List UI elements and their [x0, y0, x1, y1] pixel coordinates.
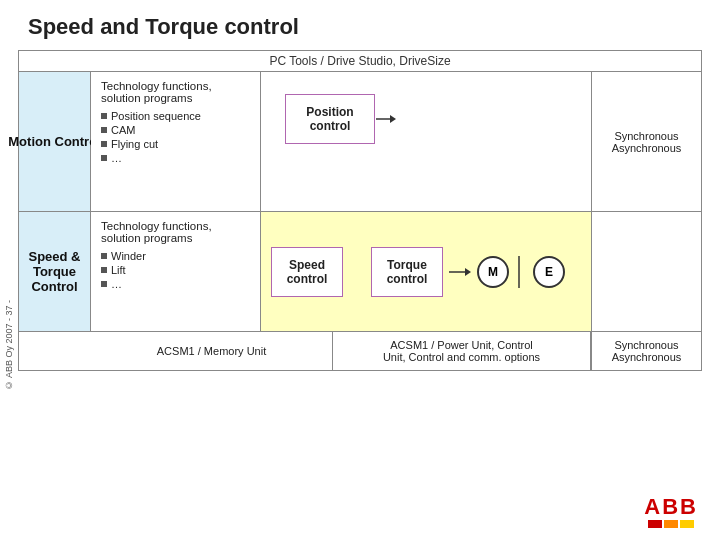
torque-motor-area: Torquecontrol M — [361, 247, 565, 297]
abb-bar-red — [648, 520, 662, 528]
me-area — [592, 212, 701, 332]
motion-control-label: Motion Control — [19, 72, 91, 212]
bottom-cell-power: ACSM1 / Power Unit, ControlUnit, Control… — [333, 332, 591, 370]
motion-bullets: Position sequence CAM Flying cut … — [101, 110, 250, 164]
speed-torque-label: Speed & Torque Control — [19, 212, 91, 332]
list-item: … — [101, 152, 250, 164]
pc-tools-label: PC Tools / Drive Studio, DriveSize — [19, 51, 701, 72]
abb-bar-orange — [664, 520, 678, 528]
page-title: Speed and Torque control — [0, 0, 720, 50]
outer-wrapper: PC Tools / Drive Studio, DriveSize Motio… — [18, 50, 702, 371]
list-item: … — [101, 278, 250, 290]
sync-label: SynchronousAsynchronous — [592, 72, 701, 212]
abb-bars — [648, 520, 694, 528]
position-control-box: Positioncontrol — [285, 94, 375, 144]
tech-functions-motion: Technology functions, solution programs … — [91, 72, 261, 211]
connector-icon — [515, 256, 523, 288]
abb-logo: ABB — [644, 496, 698, 528]
copyright-label: © ABB Oy 2007 - 37 - — [4, 300, 14, 390]
svg-marker-3 — [465, 268, 471, 276]
position-arrow-icon — [376, 111, 396, 127]
speed-bullets: Winder Lift … — [101, 250, 250, 290]
tech-functions-speed: Technology functions, solution programs … — [91, 212, 261, 331]
bottom-row: ACSM1 / Memory Unit ACSM1 / Power Unit, … — [91, 332, 591, 370]
speed-torque-row: Technology functions, solution programs … — [91, 212, 591, 332]
motor-encoder-connector — [515, 256, 523, 288]
encoder-box: E — [533, 256, 565, 288]
torque-arrow-icon — [449, 265, 471, 279]
speed-control-area: Speedcontrol Torquecontrol M — [261, 212, 591, 331]
content-area: Technology functions, solution programs … — [91, 72, 591, 370]
motion-row: Technology functions, solution programs … — [91, 72, 591, 212]
svg-marker-1 — [390, 115, 396, 123]
right-col: SynchronousAsynchronous SynchronousAsync… — [591, 72, 701, 370]
list-item: Position sequence — [101, 110, 250, 122]
torque-control-box: Torquecontrol — [371, 247, 443, 297]
list-item: Flying cut — [101, 138, 250, 150]
list-item: Winder — [101, 250, 250, 262]
abb-text: ABB — [644, 496, 698, 518]
sync-bottom: SynchronousAsynchronous — [592, 332, 701, 370]
abb-bar-yellow — [680, 520, 694, 528]
list-item: Lift — [101, 264, 250, 276]
speed-control-box: Speedcontrol — [271, 247, 343, 297]
left-labels: Motion Control Speed & Torque Control — [19, 72, 91, 370]
motor-box: M — [477, 256, 509, 288]
bottom-cell-memory: ACSM1 / Memory Unit — [91, 332, 333, 370]
list-item: CAM — [101, 124, 250, 136]
